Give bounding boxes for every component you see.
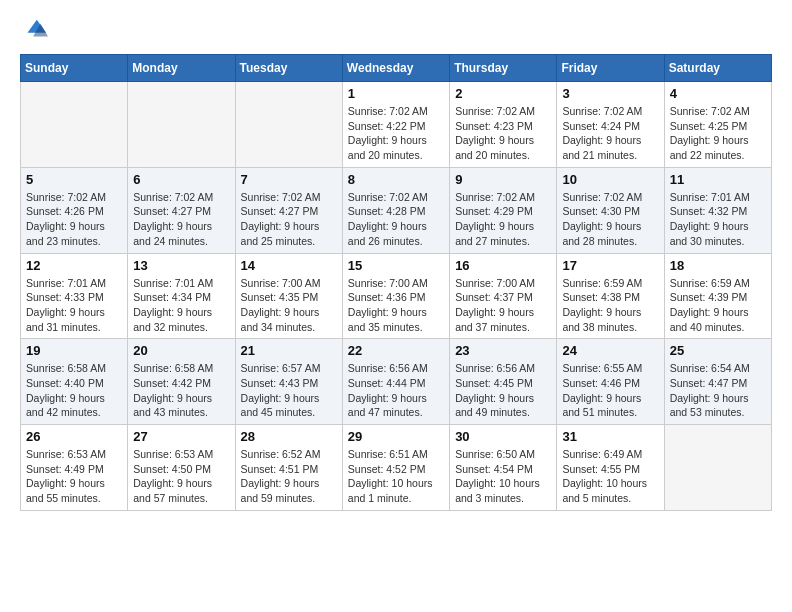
calendar-week-row: 5Sunrise: 7:02 AM Sunset: 4:26 PM Daylig… [21, 167, 772, 253]
day-number: 2 [455, 86, 551, 101]
calendar-cell: 21Sunrise: 6:57 AM Sunset: 4:43 PM Dayli… [235, 339, 342, 425]
day-number: 26 [26, 429, 122, 444]
calendar-cell [128, 82, 235, 168]
day-info: Sunrise: 6:58 AM Sunset: 4:42 PM Dayligh… [133, 361, 229, 420]
weekday-header: Monday [128, 55, 235, 82]
calendar-cell: 6Sunrise: 7:02 AM Sunset: 4:27 PM Daylig… [128, 167, 235, 253]
calendar-cell: 16Sunrise: 7:00 AM Sunset: 4:37 PM Dayli… [450, 253, 557, 339]
day-info: Sunrise: 7:02 AM Sunset: 4:25 PM Dayligh… [670, 104, 766, 163]
day-number: 28 [241, 429, 337, 444]
calendar-cell: 20Sunrise: 6:58 AM Sunset: 4:42 PM Dayli… [128, 339, 235, 425]
day-number: 7 [241, 172, 337, 187]
day-info: Sunrise: 6:52 AM Sunset: 4:51 PM Dayligh… [241, 447, 337, 506]
day-info: Sunrise: 7:02 AM Sunset: 4:22 PM Dayligh… [348, 104, 444, 163]
day-number: 12 [26, 258, 122, 273]
day-number: 8 [348, 172, 444, 187]
day-number: 6 [133, 172, 229, 187]
calendar-cell: 25Sunrise: 6:54 AM Sunset: 4:47 PM Dayli… [664, 339, 771, 425]
calendar-cell: 12Sunrise: 7:01 AM Sunset: 4:33 PM Dayli… [21, 253, 128, 339]
calendar-cell: 15Sunrise: 7:00 AM Sunset: 4:36 PM Dayli… [342, 253, 449, 339]
day-info: Sunrise: 7:01 AM Sunset: 4:34 PM Dayligh… [133, 276, 229, 335]
day-info: Sunrise: 6:53 AM Sunset: 4:49 PM Dayligh… [26, 447, 122, 506]
day-number: 9 [455, 172, 551, 187]
day-info: Sunrise: 7:02 AM Sunset: 4:30 PM Dayligh… [562, 190, 658, 249]
calendar-week-row: 19Sunrise: 6:58 AM Sunset: 4:40 PM Dayli… [21, 339, 772, 425]
calendar-cell: 22Sunrise: 6:56 AM Sunset: 4:44 PM Dayli… [342, 339, 449, 425]
day-number: 31 [562, 429, 658, 444]
day-info: Sunrise: 6:49 AM Sunset: 4:55 PM Dayligh… [562, 447, 658, 506]
day-info: Sunrise: 7:00 AM Sunset: 4:36 PM Dayligh… [348, 276, 444, 335]
calendar-cell: 23Sunrise: 6:56 AM Sunset: 4:45 PM Dayli… [450, 339, 557, 425]
day-number: 22 [348, 343, 444, 358]
calendar-cell [235, 82, 342, 168]
day-info: Sunrise: 6:55 AM Sunset: 4:46 PM Dayligh… [562, 361, 658, 420]
day-info: Sunrise: 7:02 AM Sunset: 4:23 PM Dayligh… [455, 104, 551, 163]
logo-icon [20, 16, 48, 44]
day-number: 21 [241, 343, 337, 358]
day-info: Sunrise: 6:54 AM Sunset: 4:47 PM Dayligh… [670, 361, 766, 420]
calendar-week-row: 26Sunrise: 6:53 AM Sunset: 4:49 PM Dayli… [21, 425, 772, 511]
calendar-cell: 2Sunrise: 7:02 AM Sunset: 4:23 PM Daylig… [450, 82, 557, 168]
calendar-cell: 19Sunrise: 6:58 AM Sunset: 4:40 PM Dayli… [21, 339, 128, 425]
day-info: Sunrise: 7:01 AM Sunset: 4:33 PM Dayligh… [26, 276, 122, 335]
calendar-week-row: 12Sunrise: 7:01 AM Sunset: 4:33 PM Dayli… [21, 253, 772, 339]
calendar-week-row: 1Sunrise: 7:02 AM Sunset: 4:22 PM Daylig… [21, 82, 772, 168]
day-number: 19 [26, 343, 122, 358]
calendar-table: SundayMondayTuesdayWednesdayThursdayFrid… [20, 54, 772, 511]
calendar-cell: 14Sunrise: 7:00 AM Sunset: 4:35 PM Dayli… [235, 253, 342, 339]
logo [20, 16, 50, 44]
calendar-cell [21, 82, 128, 168]
day-info: Sunrise: 6:59 AM Sunset: 4:39 PM Dayligh… [670, 276, 766, 335]
calendar-cell: 9Sunrise: 7:02 AM Sunset: 4:29 PM Daylig… [450, 167, 557, 253]
header [20, 16, 772, 44]
day-info: Sunrise: 6:56 AM Sunset: 4:45 PM Dayligh… [455, 361, 551, 420]
day-number: 16 [455, 258, 551, 273]
day-info: Sunrise: 7:02 AM Sunset: 4:27 PM Dayligh… [133, 190, 229, 249]
day-number: 27 [133, 429, 229, 444]
day-info: Sunrise: 6:56 AM Sunset: 4:44 PM Dayligh… [348, 361, 444, 420]
calendar-header-row: SundayMondayTuesdayWednesdayThursdayFrid… [21, 55, 772, 82]
day-number: 20 [133, 343, 229, 358]
day-info: Sunrise: 6:59 AM Sunset: 4:38 PM Dayligh… [562, 276, 658, 335]
calendar-cell: 29Sunrise: 6:51 AM Sunset: 4:52 PM Dayli… [342, 425, 449, 511]
weekday-header: Tuesday [235, 55, 342, 82]
day-info: Sunrise: 7:02 AM Sunset: 4:28 PM Dayligh… [348, 190, 444, 249]
day-info: Sunrise: 7:00 AM Sunset: 4:35 PM Dayligh… [241, 276, 337, 335]
calendar-cell: 31Sunrise: 6:49 AM Sunset: 4:55 PM Dayli… [557, 425, 664, 511]
calendar-cell: 28Sunrise: 6:52 AM Sunset: 4:51 PM Dayli… [235, 425, 342, 511]
day-number: 5 [26, 172, 122, 187]
calendar-cell: 10Sunrise: 7:02 AM Sunset: 4:30 PM Dayli… [557, 167, 664, 253]
page: SundayMondayTuesdayWednesdayThursdayFrid… [0, 0, 792, 531]
day-number: 23 [455, 343, 551, 358]
calendar-cell: 18Sunrise: 6:59 AM Sunset: 4:39 PM Dayli… [664, 253, 771, 339]
day-number: 3 [562, 86, 658, 101]
calendar-cell: 7Sunrise: 7:02 AM Sunset: 4:27 PM Daylig… [235, 167, 342, 253]
day-number: 15 [348, 258, 444, 273]
calendar-cell: 3Sunrise: 7:02 AM Sunset: 4:24 PM Daylig… [557, 82, 664, 168]
day-info: Sunrise: 7:02 AM Sunset: 4:27 PM Dayligh… [241, 190, 337, 249]
weekday-header: Friday [557, 55, 664, 82]
day-number: 30 [455, 429, 551, 444]
day-info: Sunrise: 7:02 AM Sunset: 4:29 PM Dayligh… [455, 190, 551, 249]
weekday-header: Wednesday [342, 55, 449, 82]
day-info: Sunrise: 7:01 AM Sunset: 4:32 PM Dayligh… [670, 190, 766, 249]
weekday-header: Saturday [664, 55, 771, 82]
day-info: Sunrise: 7:00 AM Sunset: 4:37 PM Dayligh… [455, 276, 551, 335]
calendar-cell: 27Sunrise: 6:53 AM Sunset: 4:50 PM Dayli… [128, 425, 235, 511]
calendar-cell: 17Sunrise: 6:59 AM Sunset: 4:38 PM Dayli… [557, 253, 664, 339]
calendar-cell: 30Sunrise: 6:50 AM Sunset: 4:54 PM Dayli… [450, 425, 557, 511]
calendar-cell: 26Sunrise: 6:53 AM Sunset: 4:49 PM Dayli… [21, 425, 128, 511]
day-number: 17 [562, 258, 658, 273]
day-info: Sunrise: 6:53 AM Sunset: 4:50 PM Dayligh… [133, 447, 229, 506]
day-info: Sunrise: 7:02 AM Sunset: 4:26 PM Dayligh… [26, 190, 122, 249]
calendar-cell [664, 425, 771, 511]
day-number: 11 [670, 172, 766, 187]
day-info: Sunrise: 6:58 AM Sunset: 4:40 PM Dayligh… [26, 361, 122, 420]
calendar-cell: 5Sunrise: 7:02 AM Sunset: 4:26 PM Daylig… [21, 167, 128, 253]
calendar-cell: 24Sunrise: 6:55 AM Sunset: 4:46 PM Dayli… [557, 339, 664, 425]
day-info: Sunrise: 6:57 AM Sunset: 4:43 PM Dayligh… [241, 361, 337, 420]
calendar-cell: 1Sunrise: 7:02 AM Sunset: 4:22 PM Daylig… [342, 82, 449, 168]
weekday-header: Sunday [21, 55, 128, 82]
calendar-cell: 11Sunrise: 7:01 AM Sunset: 4:32 PM Dayli… [664, 167, 771, 253]
day-info: Sunrise: 6:51 AM Sunset: 4:52 PM Dayligh… [348, 447, 444, 506]
